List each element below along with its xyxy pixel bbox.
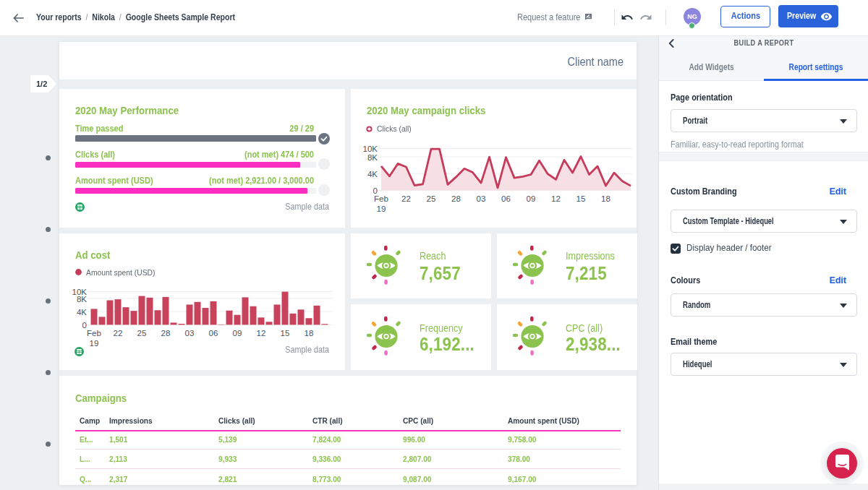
svg-text:10K: 10K xyxy=(363,145,378,153)
svg-text:18: 18 xyxy=(305,329,314,338)
svg-text:12: 12 xyxy=(257,329,266,338)
svg-text:4K: 4K xyxy=(367,170,378,179)
svg-text:19: 19 xyxy=(90,339,99,348)
svg-text:28: 28 xyxy=(161,329,171,338)
svg-text:06: 06 xyxy=(501,194,511,203)
svg-text:15: 15 xyxy=(576,194,586,203)
svg-text:8K: 8K xyxy=(367,153,378,162)
svg-text:25: 25 xyxy=(427,194,436,203)
svg-text:19: 19 xyxy=(377,205,386,213)
svg-text:15: 15 xyxy=(281,329,290,338)
svg-text:0: 0 xyxy=(82,321,87,330)
svg-text:8K: 8K xyxy=(77,295,87,304)
svg-text:28: 28 xyxy=(451,194,461,203)
svg-text:03: 03 xyxy=(185,329,195,338)
svg-text:03: 03 xyxy=(477,194,486,203)
svg-text:Feb: Feb xyxy=(87,329,101,338)
svg-text:06: 06 xyxy=(209,329,218,338)
svg-text:25: 25 xyxy=(137,329,147,338)
svg-text:22: 22 xyxy=(401,194,411,203)
svg-text:22: 22 xyxy=(114,329,123,338)
svg-text:12: 12 xyxy=(551,194,561,203)
svg-text:Feb: Feb xyxy=(374,194,388,203)
svg-text:18: 18 xyxy=(601,194,610,203)
svg-text:09: 09 xyxy=(527,194,536,203)
svg-text:4K: 4K xyxy=(77,308,87,317)
svg-text:09: 09 xyxy=(233,329,242,338)
